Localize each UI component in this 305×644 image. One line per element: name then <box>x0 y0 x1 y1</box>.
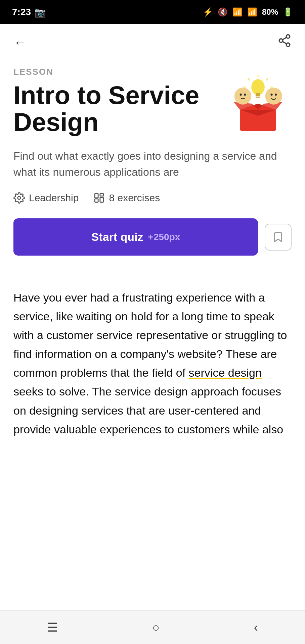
camera-icon: 📷 <box>34 7 46 18</box>
exercises-item: 8 exercises <box>93 192 160 204</box>
back-nav-button[interactable]: ‹ <box>241 615 271 640</box>
svg-rect-26 <box>95 199 98 202</box>
home-button[interactable]: ○ <box>139 615 173 640</box>
bottom-nav: ☰ ○ ‹ <box>0 610 305 644</box>
category-item: Leadership <box>13 192 79 204</box>
gear-icon <box>13 192 25 204</box>
svg-line-4 <box>282 37 287 40</box>
back-button[interactable]: ← <box>13 36 27 49</box>
quiz-row: Start quiz +250px <box>13 218 292 256</box>
main-content: LESSON Intro to Service Design <box>0 60 305 463</box>
svg-point-13 <box>270 94 272 96</box>
top-nav: ← <box>0 24 305 60</box>
time-display: 7:23 <box>12 7 31 17</box>
lesson-title: Intro to Service Design <box>13 82 218 136</box>
wifi-icon: 📶 <box>232 7 243 17</box>
svg-line-20 <box>248 78 250 80</box>
svg-rect-25 <box>95 194 98 198</box>
share-icon <box>277 34 292 48</box>
start-quiz-label: Start quiz <box>91 230 143 244</box>
svg-point-14 <box>275 94 277 96</box>
exercises-label: 8 exercises <box>109 192 160 204</box>
svg-point-12 <box>265 88 282 104</box>
content-divider <box>13 272 292 272</box>
status-bar-left: 7:23 📷 <box>12 7 46 18</box>
lesson-illustration-svg <box>228 73 288 134</box>
svg-point-24 <box>18 197 21 200</box>
lesson-description: Find out what exactly goes into designin… <box>13 148 292 180</box>
svg-point-11 <box>244 94 246 96</box>
quiz-bonus-label: +250px <box>148 232 180 243</box>
share-button[interactable] <box>277 34 292 51</box>
start-quiz-button[interactable]: Start quiz +250px <box>13 218 258 256</box>
lesson-label: LESSON <box>13 67 218 77</box>
lesson-text-block: LESSON Intro to Service Design <box>13 67 224 136</box>
svg-rect-28 <box>100 198 103 202</box>
svg-point-9 <box>234 88 251 104</box>
meta-row: Leadership 8 exercises <box>13 192 292 204</box>
status-bar: 7:23 📷 ⚡ 🔇 📶 📶 80% 🔋 <box>0 0 305 24</box>
bluetooth-icon: ⚡ <box>203 7 213 17</box>
bookmark-icon <box>272 231 284 243</box>
svg-rect-27 <box>100 194 103 196</box>
svg-line-21 <box>266 78 268 80</box>
body-text-cont: seeks to solve. The service design appro… <box>13 385 283 435</box>
exercises-icon <box>93 192 105 204</box>
lesson-illustration <box>224 70 292 137</box>
body-text: Have you ever had a frustrating experien… <box>13 288 292 439</box>
menu-button[interactable]: ☰ <box>34 615 71 640</box>
lesson-header: LESSON Intro to Service Design <box>13 67 292 137</box>
category-label: Leadership <box>29 192 79 204</box>
battery-display: 80% <box>262 7 278 17</box>
svg-point-10 <box>240 94 242 96</box>
battery-icon: 🔋 <box>283 7 293 17</box>
status-bar-right: ⚡ 🔇 📶 📶 80% 🔋 <box>203 7 293 17</box>
svg-point-15 <box>251 79 265 95</box>
mute-icon: 🔇 <box>218 7 228 17</box>
bookmark-button[interactable] <box>265 224 292 251</box>
signal-icon: 📶 <box>247 7 257 17</box>
svg-rect-16 <box>256 93 260 96</box>
body-paragraph-1: Have you ever had a frustrating experien… <box>13 288 292 439</box>
svg-line-3 <box>282 42 287 44</box>
service-design-link[interactable]: service design <box>189 366 262 379</box>
